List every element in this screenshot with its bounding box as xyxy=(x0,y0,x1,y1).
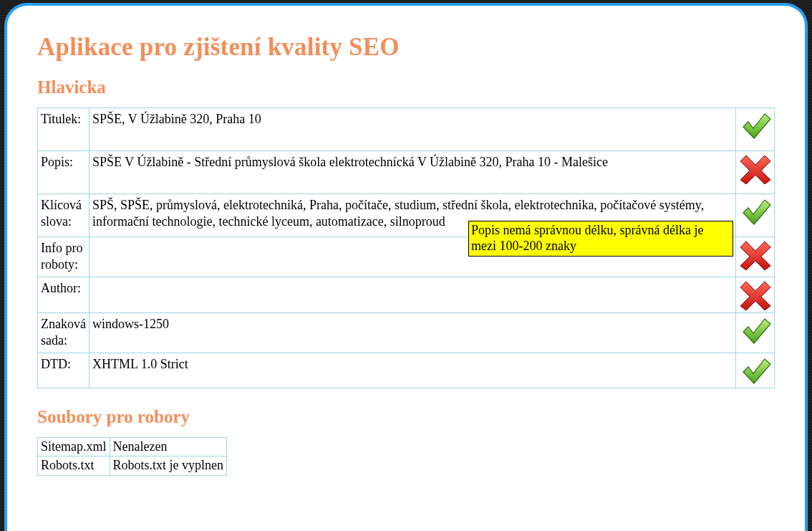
checkmark-icon xyxy=(739,315,772,346)
table-row: Sitemap.xml Nenalezen xyxy=(38,438,227,456)
cell-label: Robots.txt xyxy=(38,456,110,475)
cross-icon xyxy=(739,279,772,310)
cell-label: Titulek: xyxy=(38,108,90,151)
cell-value xyxy=(90,277,736,313)
cell-label: DTD: xyxy=(38,353,90,388)
table-row: Titulek: SPŠE, V Úžlabině 320, Praha 10 xyxy=(38,108,775,151)
checkmark-icon xyxy=(739,110,772,141)
cell-label: Info pro roboty: xyxy=(38,237,90,277)
cell-status xyxy=(736,277,775,313)
cell-status xyxy=(736,108,775,151)
cell-status xyxy=(736,194,775,237)
section-title-robots: Soubory pro robory xyxy=(37,407,775,427)
cell-value: Nenalezen xyxy=(110,438,227,456)
robots-table: Sitemap.xml Nenalezen Robots.txt Robots.… xyxy=(37,437,227,476)
table-row: Znaková sada: windows-1250 xyxy=(38,313,775,353)
cell-value: SPŠE V Úžlabině - Střední průmyslová ško… xyxy=(90,151,736,194)
table-row: Popis: SPŠE V Úžlabině - Střední průmysl… xyxy=(38,151,775,194)
cell-value: XHTML 1.0 Strict xyxy=(90,353,736,388)
content-panel: Aplikace pro zjištení kvality SEO Hlavic… xyxy=(4,3,808,531)
cell-value: SPŠE, V Úžlabině 320, Praha 10 xyxy=(90,108,736,151)
table-row: DTD: XHTML 1.0 Strict xyxy=(38,353,775,388)
cell-label: Znaková sada: xyxy=(38,313,90,353)
table-row: Robots.txt Robots.txt je vyplnen xyxy=(38,456,227,475)
checkmark-icon xyxy=(739,196,772,227)
cell-label: Popis: xyxy=(38,151,90,194)
validation-tooltip: Popis nemá správnou délku, správná délka… xyxy=(468,221,733,257)
table-row: Author: xyxy=(38,277,775,313)
cell-label: Klícová slova: xyxy=(38,194,90,237)
page-title: Aplikace pro zjištení kvality SEO xyxy=(37,33,775,62)
cross-icon xyxy=(739,239,772,270)
cell-status xyxy=(736,313,775,353)
section-title-header: Hlavicka xyxy=(37,77,775,97)
cross-icon xyxy=(739,153,772,184)
cell-value: windows-1250 xyxy=(90,313,736,353)
cell-label: Author: xyxy=(38,277,90,313)
cell-value: Robots.txt je vyplnen xyxy=(110,456,227,475)
cell-label: Sitemap.xml xyxy=(38,438,110,456)
cell-status xyxy=(736,151,775,194)
checkmark-icon xyxy=(739,355,772,386)
cell-status xyxy=(736,237,775,277)
cell-status xyxy=(736,353,775,388)
